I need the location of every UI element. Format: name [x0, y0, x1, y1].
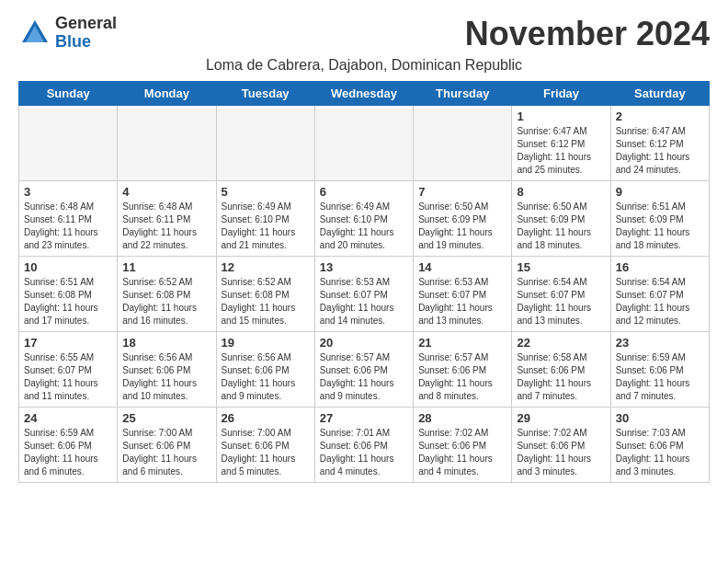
calendar-cell: 6Sunrise: 6:49 AM Sunset: 6:10 PM Daylig… — [314, 181, 413, 257]
day-number: 7 — [418, 185, 506, 199]
day-number: 13 — [320, 260, 408, 274]
day-number: 29 — [517, 411, 605, 425]
day-info: Sunrise: 6:50 AM Sunset: 6:09 PM Dayligh… — [418, 201, 506, 252]
day-info: Sunrise: 7:00 AM Sunset: 6:06 PM Dayligh… — [222, 427, 310, 478]
calendar-cell: 23Sunrise: 6:59 AM Sunset: 6:06 PM Dayli… — [610, 332, 709, 408]
day-number: 18 — [122, 336, 210, 350]
calendar-row-3: 17Sunrise: 6:55 AM Sunset: 6:07 PM Dayli… — [19, 332, 710, 408]
calendar-cell: 8Sunrise: 6:50 AM Sunset: 6:09 PM Daylig… — [512, 181, 610, 257]
logo-icon — [18, 17, 51, 50]
day-number: 27 — [320, 411, 408, 425]
header-saturday: Saturday — [610, 82, 709, 106]
day-info: Sunrise: 7:02 AM Sunset: 6:06 PM Dayligh… — [517, 427, 605, 478]
calendar-cell: 19Sunrise: 6:56 AM Sunset: 6:06 PM Dayli… — [216, 332, 314, 408]
calendar-cell: 12Sunrise: 6:52 AM Sunset: 6:08 PM Dayli… — [216, 257, 314, 332]
logo: General Blue — [18, 15, 117, 52]
day-info: Sunrise: 7:00 AM Sunset: 6:06 PM Dayligh… — [122, 427, 210, 478]
calendar-cell: 4Sunrise: 6:48 AM Sunset: 6:11 PM Daylig… — [118, 181, 216, 257]
day-info: Sunrise: 6:47 AM Sunset: 6:12 PM Dayligh… — [616, 125, 704, 177]
calendar-cell — [314, 106, 413, 181]
day-info: Sunrise: 6:54 AM Sunset: 6:07 PM Dayligh… — [517, 276, 605, 327]
day-info: Sunrise: 6:51 AM Sunset: 6:09 PM Dayligh… — [616, 201, 704, 252]
calendar-cell: 28Sunrise: 7:02 AM Sunset: 6:06 PM Dayli… — [414, 408, 512, 483]
day-number: 25 — [122, 411, 210, 425]
day-info: Sunrise: 6:49 AM Sunset: 6:10 PM Dayligh… — [222, 201, 310, 252]
day-number: 5 — [222, 185, 310, 199]
calendar-cell: 11Sunrise: 6:52 AM Sunset: 6:08 PM Dayli… — [118, 257, 216, 332]
day-info: Sunrise: 6:48 AM Sunset: 6:11 PM Dayligh… — [122, 201, 210, 252]
header-wednesday: Wednesday — [314, 82, 413, 106]
calendar-cell: 5Sunrise: 6:49 AM Sunset: 6:10 PM Daylig… — [216, 181, 314, 257]
page: General Blue November 2024 Loma de Cabre… — [0, 0, 728, 498]
day-info: Sunrise: 6:57 AM Sunset: 6:06 PM Dayligh… — [320, 351, 408, 403]
calendar-cell: 13Sunrise: 6:53 AM Sunset: 6:07 PM Dayli… — [314, 257, 413, 332]
calendar-cell: 24Sunrise: 6:59 AM Sunset: 6:06 PM Dayli… — [19, 408, 118, 483]
day-info: Sunrise: 7:02 AM Sunset: 6:06 PM Dayligh… — [418, 427, 506, 478]
day-info: Sunrise: 6:55 AM Sunset: 6:07 PM Dayligh… — [24, 351, 112, 403]
header-tuesday: Tuesday — [216, 82, 314, 106]
day-info: Sunrise: 6:47 AM Sunset: 6:12 PM Dayligh… — [517, 125, 605, 177]
day-info: Sunrise: 6:52 AM Sunset: 6:08 PM Dayligh… — [122, 276, 210, 327]
calendar-cell: 21Sunrise: 6:57 AM Sunset: 6:06 PM Dayli… — [414, 332, 512, 408]
day-number: 6 — [320, 185, 408, 199]
day-info: Sunrise: 6:51 AM Sunset: 6:08 PM Dayligh… — [24, 276, 112, 327]
logo-general: General — [55, 15, 117, 33]
calendar-row-2: 10Sunrise: 6:51 AM Sunset: 6:08 PM Dayli… — [19, 257, 710, 332]
day-info: Sunrise: 7:01 AM Sunset: 6:06 PM Dayligh… — [320, 427, 408, 478]
calendar-cell: 26Sunrise: 7:00 AM Sunset: 6:06 PM Dayli… — [216, 408, 314, 483]
calendar-cell: 27Sunrise: 7:01 AM Sunset: 6:06 PM Dayli… — [314, 408, 413, 483]
day-number: 14 — [418, 260, 506, 274]
day-info: Sunrise: 6:48 AM Sunset: 6:11 PM Dayligh… — [24, 201, 112, 252]
header-sunday: Sunday — [19, 82, 118, 106]
day-info: Sunrise: 6:53 AM Sunset: 6:07 PM Dayligh… — [418, 276, 506, 327]
day-info: Sunrise: 6:56 AM Sunset: 6:06 PM Dayligh… — [222, 351, 310, 403]
day-number: 20 — [320, 336, 408, 350]
calendar-cell: 1Sunrise: 6:47 AM Sunset: 6:12 PM Daylig… — [512, 106, 610, 181]
calendar-cell: 15Sunrise: 6:54 AM Sunset: 6:07 PM Dayli… — [512, 257, 610, 332]
calendar-cell: 10Sunrise: 6:51 AM Sunset: 6:08 PM Dayli… — [19, 257, 118, 332]
day-info: Sunrise: 6:50 AM Sunset: 6:09 PM Dayligh… — [517, 201, 605, 252]
day-number: 21 — [418, 336, 506, 350]
day-info: Sunrise: 6:53 AM Sunset: 6:07 PM Dayligh… — [320, 276, 408, 327]
calendar-cell: 17Sunrise: 6:55 AM Sunset: 6:07 PM Dayli… — [19, 332, 118, 408]
day-number: 19 — [222, 336, 310, 350]
page-title: November 2024 — [465, 15, 710, 53]
day-info: Sunrise: 6:57 AM Sunset: 6:06 PM Dayligh… — [418, 351, 506, 403]
day-number: 9 — [616, 185, 704, 199]
calendar-cell: 9Sunrise: 6:51 AM Sunset: 6:09 PM Daylig… — [610, 181, 709, 257]
calendar-cell: 22Sunrise: 6:58 AM Sunset: 6:06 PM Dayli… — [512, 332, 610, 408]
day-info: Sunrise: 6:54 AM Sunset: 6:07 PM Dayligh… — [616, 276, 704, 327]
day-info: Sunrise: 6:56 AM Sunset: 6:06 PM Dayligh… — [122, 351, 210, 403]
header-monday: Monday — [118, 82, 216, 106]
day-number: 10 — [24, 260, 112, 274]
day-number: 3 — [24, 185, 112, 199]
day-number: 12 — [222, 260, 310, 274]
logo-text: General Blue — [55, 15, 117, 52]
calendar-cell — [414, 106, 512, 181]
calendar-cell — [118, 106, 216, 181]
day-info: Sunrise: 7:03 AM Sunset: 6:06 PM Dayligh… — [616, 427, 704, 478]
header-top: General Blue November 2024 — [18, 15, 710, 53]
calendar-cell: 16Sunrise: 6:54 AM Sunset: 6:07 PM Dayli… — [610, 257, 709, 332]
calendar-cell: 7Sunrise: 6:50 AM Sunset: 6:09 PM Daylig… — [414, 181, 512, 257]
day-number: 26 — [222, 411, 310, 425]
calendar-cell: 3Sunrise: 6:48 AM Sunset: 6:11 PM Daylig… — [19, 181, 118, 257]
day-info: Sunrise: 6:49 AM Sunset: 6:10 PM Dayligh… — [320, 201, 408, 252]
day-number: 1 — [517, 109, 605, 123]
calendar-cell: 30Sunrise: 7:03 AM Sunset: 6:06 PM Dayli… — [610, 408, 709, 483]
calendar-cell: 14Sunrise: 6:53 AM Sunset: 6:07 PM Dayli… — [414, 257, 512, 332]
calendar-cell: 18Sunrise: 6:56 AM Sunset: 6:06 PM Dayli… — [118, 332, 216, 408]
calendar-cell: 2Sunrise: 6:47 AM Sunset: 6:12 PM Daylig… — [610, 106, 709, 181]
day-number: 17 — [24, 336, 112, 350]
day-number: 23 — [616, 336, 704, 350]
subtitle: Loma de Cabrera, Dajabon, Dominican Repu… — [18, 57, 710, 74]
calendar-table: Sunday Monday Tuesday Wednesday Thursday… — [18, 81, 710, 483]
day-number: 8 — [517, 185, 605, 199]
day-info: Sunrise: 6:59 AM Sunset: 6:06 PM Dayligh… — [616, 351, 704, 403]
day-info: Sunrise: 6:52 AM Sunset: 6:08 PM Dayligh… — [222, 276, 310, 327]
calendar-row-4: 24Sunrise: 6:59 AM Sunset: 6:06 PM Dayli… — [19, 408, 710, 483]
day-number: 4 — [122, 185, 210, 199]
calendar-cell — [216, 106, 314, 181]
calendar-cell — [19, 106, 118, 181]
calendar-row-0: 1Sunrise: 6:47 AM Sunset: 6:12 PM Daylig… — [19, 106, 710, 181]
